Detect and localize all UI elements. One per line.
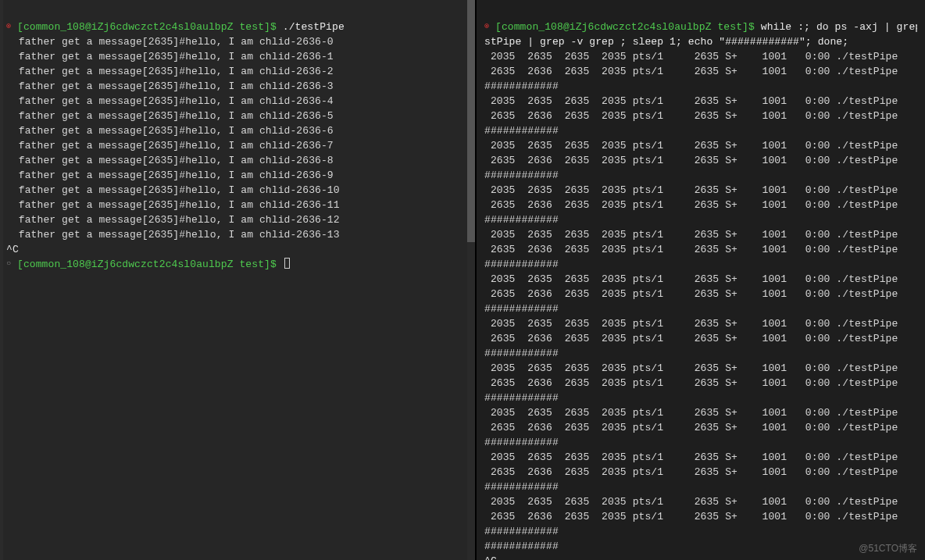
output-lines: 2035 2635 2635 2035 pts/1 2635 S+ 1001 0… [484,51,898,552]
output-lines: father get a message[2635]#hello, I am c… [6,36,340,241]
terminal-content-left[interactable]: ⊗[common_108@iZj6cdwczct2c4sl0aulbpZ tes… [0,0,475,276]
shell-prompt: [common_108@iZj6cdwczct2c4sl0aulbpZ test… [17,21,283,33]
command-text-line2: stPipe | grep -v grep ; sleep 1; echo "#… [484,36,848,48]
watermark: @51CTO博客 [859,542,917,555]
scrollbar[interactable] [917,0,925,560]
command-text: ./testPipe [283,21,345,33]
cursor [284,258,290,269]
scrollbar-thumb[interactable] [467,0,475,242]
gutter [0,0,3,560]
interrupt-text: ^C [484,555,497,560]
interrupt-text: ^C [6,244,19,255]
circle-x-icon: ⊗ [484,19,495,34]
circle-x-icon: ⊗ [6,19,17,34]
command-text: while :; do ps -axj | grep [761,21,925,33]
shell-prompt: [common_108@iZj6cdwczct2c4sl0aulbpZ test… [17,259,283,270]
terminal-pane-left[interactable]: ⊗[common_108@iZj6cdwczct2c4sl0aulbpZ tes… [0,0,477,560]
terminal-content-right[interactable]: ⊗[common_108@iZj6cdwczct2c4sl0aulbpZ tes… [477,0,925,560]
scrollbar[interactable] [467,0,475,560]
shell-prompt: [common_108@iZj6cdwczct2c4sl0aulbpZ test… [495,21,761,33]
split-terminal: ⊗[common_108@iZj6cdwczct2c4sl0aulbpZ tes… [0,0,925,560]
terminal-pane-right[interactable]: ⊗[common_108@iZj6cdwczct2c4sl0aulbpZ tes… [477,0,925,560]
circle-icon: ○ [6,256,17,271]
